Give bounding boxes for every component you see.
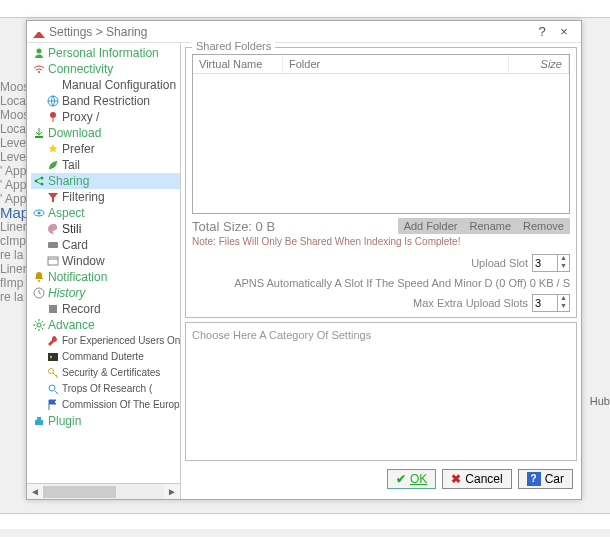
svg-point-19	[49, 385, 55, 391]
tree-filtering[interactable]: Filtering	[45, 189, 180, 205]
tree-advance[interactable]: Advance	[31, 317, 180, 333]
svg-point-13	[38, 280, 40, 282]
help-button[interactable]: ?	[531, 24, 553, 39]
leaf-icon	[47, 159, 59, 171]
scroll-right-icon[interactable]: ►	[164, 484, 180, 499]
key-icon	[47, 367, 59, 379]
folder-list-header: Virtual Name Folder Size	[193, 55, 569, 74]
search-icon	[47, 383, 59, 395]
svg-point-1	[38, 71, 40, 73]
eye-icon	[33, 207, 45, 219]
ok-button[interactable]: ✔OK	[387, 469, 436, 489]
shared-folders-group: Shared Folders Virtual Name Folder Size …	[185, 47, 577, 318]
hint-text: Choose Here A Category Of Settings	[192, 329, 570, 341]
max-extra-stepper[interactable]: ▲▼	[532, 294, 570, 312]
max-extra-label: Max Extra Upload Slots	[413, 297, 528, 309]
tree-proxy[interactable]: Proxy /	[45, 109, 180, 125]
svg-point-9	[38, 212, 41, 215]
question-icon: ?	[527, 472, 541, 486]
settings-dialog: Settings > Sharing ? × Personal Informat…	[26, 20, 582, 500]
upload-slot-label: Upload Slot	[471, 257, 528, 269]
chevron-down-icon[interactable]: ▼	[557, 263, 569, 271]
bell-icon	[33, 271, 45, 283]
hub-label: Hub	[590, 395, 610, 407]
col-folder[interactable]: Folder	[283, 55, 509, 73]
tree-personal[interactable]: Personal Information	[31, 45, 180, 61]
download-icon	[33, 127, 45, 139]
scroll-left-icon[interactable]: ◄	[27, 484, 43, 499]
tree-band-restriction[interactable]: Band Restriction	[45, 93, 180, 109]
tree-security[interactable]: Security & Certificates	[45, 365, 180, 381]
card-icon	[47, 239, 59, 251]
tree-stili[interactable]: Stili	[45, 221, 180, 237]
tree-window[interactable]: Window	[45, 253, 180, 269]
upload-slot-input[interactable]	[533, 257, 557, 269]
svg-rect-15	[49, 305, 57, 313]
svg-point-0	[37, 49, 42, 54]
svg-rect-10	[48, 242, 58, 248]
window-title: Settings > Sharing	[49, 25, 147, 39]
tree-aspect[interactable]: Aspect	[31, 205, 180, 221]
tree-scrollbar[interactable]: ◄ ►	[27, 483, 180, 499]
check-icon: ✔	[396, 472, 406, 486]
shared-folders-title: Shared Folders	[192, 40, 275, 52]
svg-rect-4	[35, 136, 43, 138]
tree-connectivity[interactable]: Connectivity	[31, 61, 180, 77]
tree-prefer[interactable]: Prefer	[45, 141, 180, 157]
col-virtual-name[interactable]: Virtual Name	[193, 55, 283, 73]
palette-icon	[47, 223, 59, 235]
wrench-icon	[47, 335, 59, 347]
indexing-note: Note: Files Will Only Be Shared When Ind…	[192, 236, 570, 247]
tree-command[interactable]: Command Duterte	[45, 349, 180, 365]
settings-tree[interactable]: Personal Information Connectivity Manual…	[27, 43, 180, 483]
share-icon	[33, 175, 45, 187]
svg-point-3	[50, 112, 56, 118]
col-size[interactable]: Size	[509, 55, 569, 73]
cancel-button[interactable]: ✖Cancel	[442, 469, 511, 489]
person-icon	[33, 47, 45, 59]
tree-record[interactable]: Record	[45, 301, 180, 317]
tree-manual-config[interactable]: Manual Configuration	[45, 77, 180, 93]
wifi-icon	[33, 63, 45, 75]
tree-history[interactable]: History	[31, 285, 180, 301]
pin-icon	[47, 111, 59, 123]
svg-point-16	[37, 323, 41, 327]
x-icon: ✖	[451, 472, 461, 486]
tree-plugin[interactable]: Plugin	[31, 413, 180, 429]
titlebar: Settings > Sharing ? ×	[27, 21, 581, 43]
plugin-icon	[33, 415, 45, 427]
chevron-down-icon[interactable]: ▼	[557, 303, 569, 311]
tree-trops[interactable]: Trops Of Research (	[45, 381, 180, 397]
close-button[interactable]: ×	[553, 24, 575, 39]
apns-label: APNS Automatically A Slot If The Speed A…	[234, 277, 570, 289]
gear-icon	[33, 319, 45, 331]
tree-experienced[interactable]: For Experienced Users Only	[45, 333, 180, 349]
max-extra-input[interactable]	[533, 297, 557, 309]
total-size-label: Total Size: 0 B	[192, 219, 398, 234]
remove-button[interactable]: Remove	[517, 218, 570, 234]
svg-point-18	[49, 369, 54, 374]
tree-notification[interactable]: Notification	[31, 269, 180, 285]
flag-icon	[47, 399, 59, 411]
tree-tail[interactable]: Tail	[45, 157, 180, 173]
record-icon	[47, 303, 59, 315]
svg-rect-11	[48, 257, 58, 265]
add-folder-button[interactable]: Add Folder	[398, 218, 464, 234]
upload-slot-stepper[interactable]: ▲▼	[532, 254, 570, 272]
app-icon	[33, 26, 45, 38]
star-icon	[47, 143, 59, 155]
globe-icon	[47, 95, 59, 107]
terminal-icon	[47, 351, 59, 363]
filter-icon	[47, 191, 59, 203]
clock-icon	[33, 287, 45, 299]
rename-button[interactable]: Rename	[463, 218, 517, 234]
tree-card[interactable]: Card	[45, 237, 180, 253]
shared-folders-list[interactable]: Virtual Name Folder Size	[192, 54, 570, 214]
window-icon	[47, 255, 59, 267]
hint-group: Choose Here A Category Of Settings	[185, 322, 577, 461]
tree-download[interactable]: Download	[31, 125, 180, 141]
help-button-bottom[interactable]: ?Car	[518, 469, 573, 489]
tree-commission[interactable]: Commission Of The European Communities	[45, 397, 180, 413]
tree-sharing[interactable]: Sharing	[31, 173, 180, 189]
